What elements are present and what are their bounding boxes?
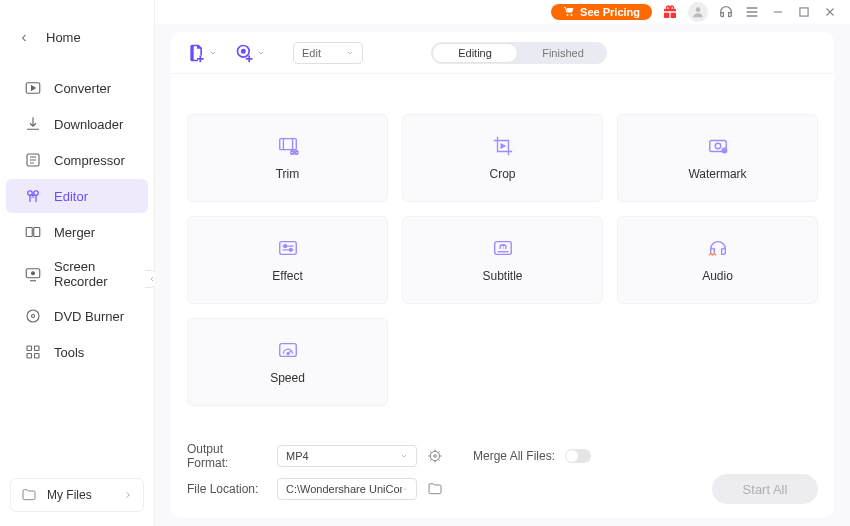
add-file-button[interactable] [187, 43, 217, 63]
see-pricing-button[interactable]: See Pricing [551, 4, 652, 20]
svg-point-30 [287, 353, 289, 355]
screen-recorder-icon [24, 265, 42, 283]
segment-finished[interactable]: Finished [519, 42, 607, 64]
maximize-icon[interactable] [796, 4, 812, 20]
folder-icon [21, 487, 37, 503]
add-disc-button[interactable] [235, 43, 265, 63]
card-label: Watermark [688, 167, 746, 181]
sidebar-item-label: Merger [54, 225, 95, 240]
file-location-label: File Location: [187, 482, 267, 496]
crop-icon [490, 135, 516, 157]
chevron-right-icon [123, 490, 133, 500]
merger-icon [24, 223, 42, 241]
sidebar-item-label: Compressor [54, 153, 125, 168]
svg-rect-1 [800, 8, 808, 16]
menu-icon[interactable] [744, 4, 760, 20]
back-icon [18, 32, 30, 44]
svg-text:T: T [501, 243, 505, 250]
card-label: Trim [276, 167, 300, 181]
home-button[interactable]: Home [0, 18, 154, 57]
avatar-icon[interactable] [688, 2, 708, 22]
chevron-down-icon [346, 49, 354, 57]
card-label: Subtitle [482, 269, 522, 283]
open-folder-icon[interactable] [427, 481, 443, 497]
minimize-icon[interactable] [770, 4, 786, 20]
card-label: Crop [489, 167, 515, 181]
close-icon[interactable] [822, 4, 838, 20]
subtitle-icon: T [490, 237, 516, 259]
segment-editing[interactable]: Editing [431, 42, 519, 64]
effect-icon [275, 237, 301, 259]
svg-rect-13 [35, 346, 40, 351]
svg-point-11 [32, 315, 35, 318]
svg-rect-14 [27, 354, 32, 359]
editor-panel: Edit Editing Finished Trim Crop Watermar… [171, 32, 834, 518]
svg-rect-18 [279, 139, 296, 150]
svg-point-10 [27, 310, 39, 322]
audio-icon [705, 237, 731, 259]
edit-dropdown-label: Edit [302, 47, 321, 59]
output-format-label: Output Format: [187, 442, 267, 470]
sidebar-item-converter[interactable]: Converter [6, 71, 148, 105]
tools-icon [24, 343, 42, 361]
file-location-select[interactable]: C:\Wondershare UniConverter 1 [277, 478, 417, 500]
card-label: Audio [702, 269, 733, 283]
toolbar: Edit Editing Finished [171, 32, 834, 74]
chevron-down-icon [209, 49, 217, 57]
home-label: Home [46, 30, 81, 45]
gift-icon[interactable] [662, 4, 678, 20]
merge-toggle[interactable] [565, 449, 591, 463]
start-all-label: Start All [743, 482, 788, 497]
sidebar-item-label: Screen Recorder [54, 259, 130, 289]
trim-icon [275, 135, 301, 157]
sidebar: Home Converter Downloader Compressor Edi… [0, 0, 155, 526]
card-label: Effect [272, 269, 302, 283]
svg-point-32 [434, 455, 437, 458]
add-disc-icon [235, 43, 255, 63]
sidebar-item-editor[interactable]: Editor [6, 179, 148, 213]
svg-point-22 [715, 143, 721, 149]
edit-dropdown[interactable]: Edit [293, 42, 363, 64]
sidebar-item-compressor[interactable]: Compressor [6, 143, 148, 177]
downloader-icon [24, 115, 42, 133]
titlebar: See Pricing [539, 0, 850, 24]
sidebar-item-dvd-burner[interactable]: DVD Burner [6, 299, 148, 333]
converter-icon [24, 79, 42, 97]
svg-rect-15 [35, 354, 40, 359]
svg-point-0 [696, 7, 701, 12]
svg-point-17 [242, 49, 245, 52]
start-all-button[interactable]: Start All [712, 474, 818, 504]
card-watermark[interactable]: Watermark [617, 114, 818, 202]
my-files-button[interactable]: My Files [10, 478, 144, 512]
output-format-select[interactable]: MP4 [277, 445, 417, 467]
main: Edit Editing Finished Trim Crop Watermar… [155, 24, 850, 526]
card-effect[interactable]: Effect [187, 216, 388, 304]
compressor-icon [24, 151, 42, 169]
svg-point-31 [430, 451, 439, 460]
sidebar-item-label: Editor [54, 189, 88, 204]
sidebar-item-merger[interactable]: Merger [6, 215, 148, 249]
card-audio[interactable]: Audio [617, 216, 818, 304]
support-icon[interactable] [718, 4, 734, 20]
svg-rect-6 [26, 228, 32, 237]
speed-icon [275, 339, 301, 361]
footer: Output Format: MP4 Merge All Files: File… [187, 442, 818, 508]
settings-icon[interactable] [427, 448, 443, 464]
card-speed[interactable]: Speed [187, 318, 388, 406]
watermark-icon [705, 135, 731, 157]
svg-rect-7 [34, 228, 40, 237]
sidebar-item-tools[interactable]: Tools [6, 335, 148, 369]
sidebar-item-downloader[interactable]: Downloader [6, 107, 148, 141]
card-trim[interactable]: Trim [187, 114, 388, 202]
chevron-down-icon [402, 485, 408, 493]
sidebar-item-screen-recorder[interactable]: Screen Recorder [6, 251, 148, 297]
merge-label: Merge All Files: [473, 449, 555, 463]
cart-icon [563, 6, 575, 18]
svg-point-9 [32, 272, 35, 275]
card-subtitle[interactable]: T Subtitle [402, 216, 603, 304]
card-label: Speed [270, 371, 305, 385]
my-files-label: My Files [47, 488, 92, 502]
card-crop[interactable]: Crop [402, 114, 603, 202]
dvd-burner-icon [24, 307, 42, 325]
add-file-icon [187, 43, 207, 63]
